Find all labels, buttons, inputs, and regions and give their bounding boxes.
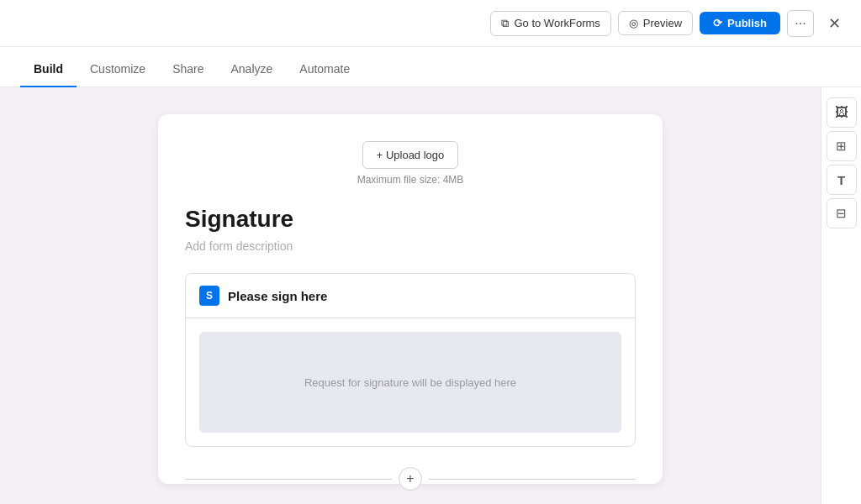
editor-area: + Upload logo Maximum file size: 4MB Sig…: [0, 87, 821, 504]
goto-workforms-label: Go to WorkForms: [514, 17, 600, 29]
tab-share[interactable]: Share: [159, 52, 217, 87]
text-tool-button[interactable]: T: [827, 165, 857, 195]
form-description[interactable]: Add form description: [185, 239, 636, 253]
add-field-button[interactable]: +: [399, 467, 422, 491]
nav-tabs: Build Customize Share Analyze Automate: [0, 47, 861, 87]
add-row-line-left: [185, 479, 392, 480]
publish-button[interactable]: ⟳ Publish: [700, 12, 780, 34]
top-bar-actions: ⧉ Go to WorkForms ◎ Preview ⟳ Publish ··…: [490, 10, 848, 37]
right-sidebar: 🖼 ⊞ T ⊟: [821, 87, 861, 504]
tab-automate[interactable]: Automate: [286, 52, 363, 87]
close-button[interactable]: ✕: [821, 10, 848, 37]
tab-customize[interactable]: Customize: [77, 52, 159, 87]
upload-logo-area: + Upload logo Maximum file size: 4MB: [185, 141, 636, 186]
signature-placeholder-text: Request for signature will be displayed …: [304, 376, 516, 389]
main-content: + Upload logo Maximum file size: 4MB Sig…: [0, 87, 861, 504]
tab-build[interactable]: Build: [20, 52, 77, 87]
add-row-line-right: [429, 479, 636, 480]
preview-label: Preview: [643, 17, 682, 29]
divider-icon: ⊟: [836, 206, 847, 221]
image-tool-button[interactable]: 🖼: [827, 97, 857, 128]
more-dots-icon: ···: [795, 16, 806, 31]
upload-logo-button[interactable]: + Upload logo: [362, 141, 459, 169]
more-options-button[interactable]: ···: [787, 10, 814, 37]
grid-icon: ⊞: [836, 139, 847, 154]
tab-analyze[interactable]: Analyze: [218, 52, 287, 87]
share-icon: ⟳: [713, 17, 722, 29]
signature-body: Request for signature will be displayed …: [186, 318, 635, 446]
top-bar: ⧉ Go to WorkForms ◎ Preview ⟳ Publish ··…: [0, 0, 861, 47]
signature-field-header: S Please sign here: [186, 274, 635, 318]
form-title[interactable]: Signature: [185, 206, 636, 233]
upload-logo-label: + Upload logo: [377, 149, 445, 161]
goto-workforms-button[interactable]: ⧉ Go to WorkForms: [490, 11, 610, 36]
form-card: + Upload logo Maximum file size: 4MB Sig…: [158, 114, 663, 484]
add-field-row: +: [185, 467, 636, 491]
signature-field: S Please sign here Request for signature…: [185, 273, 636, 447]
image-icon: 🖼: [835, 105, 848, 120]
signature-field-icon: S: [199, 286, 219, 306]
signature-field-label: Please sign here: [228, 289, 327, 303]
add-field-icon: +: [406, 471, 414, 486]
preview-button[interactable]: ◎ Preview: [618, 11, 693, 35]
upload-hint: Maximum file size: 4MB: [357, 174, 464, 186]
divider-tool-button[interactable]: ⊟: [827, 198, 857, 228]
eye-icon: ◎: [629, 17, 638, 29]
text-icon: T: [837, 173, 845, 187]
grid-tool-button[interactable]: ⊞: [827, 131, 857, 161]
signature-placeholder: Request for signature will be displayed …: [199, 332, 621, 433]
close-icon: ✕: [828, 14, 841, 33]
publish-label: Publish: [727, 17, 767, 29]
external-link-icon: ⧉: [501, 17, 509, 30]
